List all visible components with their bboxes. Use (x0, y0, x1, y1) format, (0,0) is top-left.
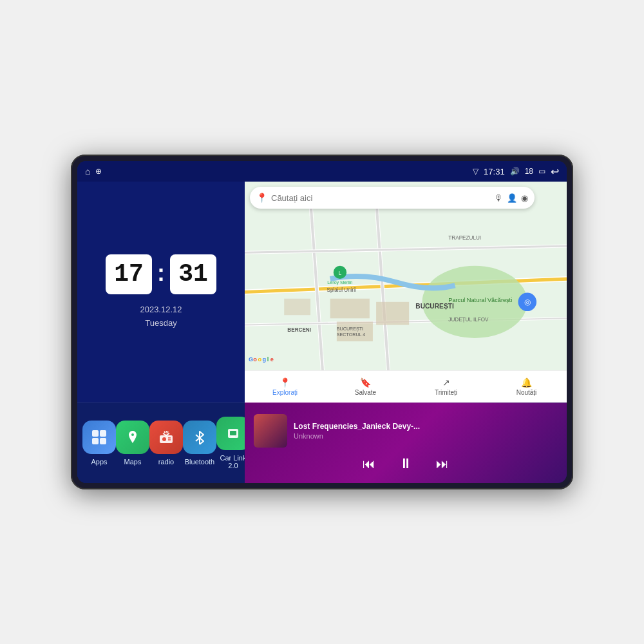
svg-text:BUCUREȘTI: BUCUREȘTI (415, 303, 454, 310)
apps-label: Apps (91, 458, 107, 466)
music-info: Lost Frequencies_Janieck Devy-... Unknow… (294, 422, 558, 440)
svg-text:JUDEȚUL ILFOV: JUDEȚUL ILFOV (448, 317, 489, 323)
news-label: Noutăți (516, 389, 537, 396)
next-button[interactable]: ⏭ (432, 456, 453, 471)
svg-rect-30 (284, 299, 310, 316)
share-icon: ↗ (442, 377, 450, 388)
screen: ⌂ ⊕ ▽ 17:31 🔊 18 ▭ ↩ 17 : (77, 161, 567, 483)
clock-minutes: 31 (170, 254, 216, 294)
clock-display: 17 : 31 (106, 254, 216, 294)
svg-text:FM: FM (164, 430, 168, 434)
album-art (254, 414, 287, 448)
bluetooth-label: Bluetooth (185, 458, 214, 466)
battery-icon: ▭ (538, 167, 545, 176)
svg-text:G: G (249, 356, 253, 363)
explore-icon: 📍 (279, 377, 290, 388)
prev-button[interactable]: ⏮ (359, 456, 379, 471)
svg-rect-28 (376, 302, 409, 325)
svg-rect-29 (337, 321, 373, 341)
layers-icon[interactable]: ◉ (521, 193, 528, 203)
clock-widget: 17 : 31 2023.12.12 Tuesday (77, 182, 245, 402)
music-top: Lost Frequencies_Janieck Devy-... Unknow… (254, 414, 558, 448)
app-item-maps[interactable]: Maps (116, 421, 149, 466)
clock-date: 2023.12.12 Tuesday (140, 303, 182, 330)
bluetooth-icon (183, 421, 216, 454)
svg-text:BUCUREȘTI: BUCUREȘTI (337, 327, 363, 332)
svg-text:◎: ◎ (524, 298, 531, 307)
svg-text:g: g (263, 356, 267, 363)
news-icon: 🔔 (521, 377, 532, 388)
svg-rect-27 (330, 299, 370, 319)
nav-saved[interactable]: 🔖 Salvate (325, 377, 406, 396)
svg-rect-13 (230, 431, 236, 435)
main-content: 17 : 31 2023.12.12 Tuesday (77, 182, 567, 483)
svg-rect-14 (231, 436, 235, 437)
svg-rect-3 (100, 438, 106, 444)
map-nav-bar: 📍 Explorați 🔖 Salvate ↗ Trimiteți 🔔 (245, 370, 567, 402)
back-icon[interactable]: ↩ (551, 166, 559, 178)
music-artist: Unknown (294, 432, 558, 440)
play-pause-button[interactable]: ⏸ (395, 455, 417, 472)
svg-rect-1 (100, 430, 106, 437)
saved-label: Salvate (355, 389, 376, 396)
svg-text:Splaiul Unirii: Splaiul Unirii (327, 288, 357, 294)
apps-icon (82, 421, 116, 454)
clock-hours: 17 (106, 254, 152, 294)
svg-text:TRAPEZULUI: TRAPEZULUI (448, 235, 481, 241)
account-icon[interactable]: 👤 (507, 193, 517, 203)
radio-icon: FM (149, 421, 183, 454)
signal-strength: 18 (525, 167, 533, 176)
svg-text:BERCENI: BERCENI (287, 327, 311, 333)
svg-text:o: o (253, 356, 257, 363)
svg-text:l: l (267, 356, 269, 363)
svg-rect-2 (92, 438, 99, 444)
right-panel: BUCUREȘTI JUDEȚUL ILFOV BERCENI TRAPEZUL… (245, 182, 567, 483)
svg-text:Parcul Natural Văcărești: Parcul Natural Văcărești (448, 297, 512, 303)
signal-icon: ▽ (473, 167, 478, 176)
svg-text:e: e (270, 356, 274, 363)
music-controls: ⏮ ⏸ ⏭ (254, 455, 558, 472)
nav-explore[interactable]: 📍 Explorați (245, 377, 325, 396)
svg-rect-0 (92, 430, 99, 437)
saved-icon: 🔖 (360, 377, 371, 388)
explore-label: Explorați (272, 389, 298, 396)
left-panel: 17 : 31 2023.12.12 Tuesday (77, 182, 245, 483)
search-placeholder: Căutați aici (271, 193, 312, 203)
album-art-inner (254, 414, 287, 448)
nav-share[interactable]: ↗ Trimiteți (406, 377, 486, 396)
apps-dock: Apps Maps (77, 402, 245, 483)
clock-day-text: Tuesday (140, 317, 182, 330)
svg-text:SECTORUL 4: SECTORUL 4 (337, 332, 365, 337)
clock-separator: : (157, 260, 165, 287)
share-label: Trimiteți (435, 389, 457, 396)
maps-label: Maps (124, 458, 142, 466)
radio-label: radio (158, 458, 174, 466)
status-bar: ⌂ ⊕ ▽ 17:31 🔊 18 ▭ ↩ (77, 161, 567, 182)
location-icon[interactable]: ⊕ (95, 167, 102, 175)
mic-icon[interactable]: 🎙 (495, 193, 503, 203)
svg-text:L: L (339, 270, 342, 276)
music-player: Lost Frequencies_Janieck Devy-... Unknow… (245, 402, 567, 483)
status-time: 17:31 (484, 167, 505, 176)
clock-date-text: 2023.12.12 (140, 303, 182, 317)
svg-rect-5 (162, 437, 166, 441)
svg-text:o: o (258, 356, 261, 363)
map-area[interactable]: BUCUREȘTI JUDEȚUL ILFOV BERCENI TRAPEZUL… (245, 182, 567, 402)
map-pin-icon: 📍 (256, 193, 267, 203)
maps-icon (116, 421, 149, 454)
app-item-bluetooth[interactable]: Bluetooth (183, 421, 216, 466)
music-title: Lost Frequencies_Janieck Devy-... (294, 422, 558, 431)
nav-news[interactable]: 🔔 Noutăți (486, 377, 567, 396)
map-search-bar[interactable]: 📍 Căutați aici 🎙 👤 ◉ (250, 187, 535, 209)
app-item-radio[interactable]: FM radio (149, 421, 183, 466)
volume-icon: 🔊 (510, 167, 520, 176)
svg-text:Leroy Merlin: Leroy Merlin (327, 280, 352, 285)
device: ⌂ ⊕ ▽ 17:31 🔊 18 ▭ ↩ 17 : (71, 155, 573, 489)
home-icon[interactable]: ⌂ (85, 167, 90, 176)
app-item-apps[interactable]: Apps (82, 421, 116, 466)
